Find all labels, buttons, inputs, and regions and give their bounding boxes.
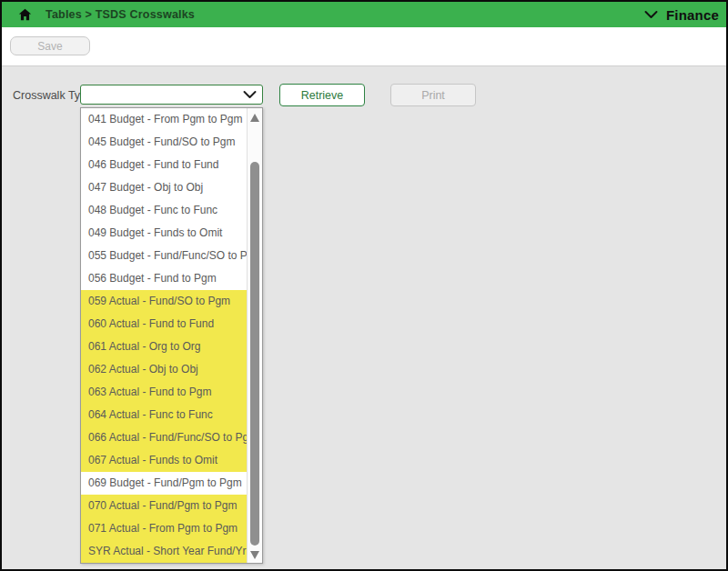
- crosswalk-type-select[interactable]: [80, 85, 263, 105]
- dropdown-option[interactable]: 059 Actual - Fund/SO to Pgm: [81, 290, 247, 313]
- dropdown-option[interactable]: 070 Actual - Fund/Pgm to Pgm: [81, 495, 247, 517]
- dropdown-option[interactable]: 046 Budget - Fund to Fund: [81, 154, 247, 176]
- dropdown-option[interactable]: 060 Actual - Fund to Fund: [81, 313, 247, 336]
- dropdown-option[interactable]: 064 Actual - Func to Func: [81, 404, 247, 426]
- dropdown-option[interactable]: 048 Budget - Func to Func: [81, 199, 247, 222]
- dropdown-option[interactable]: 056 Budget - Fund to Pgm: [81, 267, 247, 290]
- crosswalk-type-dropdown-list: 041 Budget - From Pgm to Pgm045 Budget -…: [80, 107, 263, 564]
- module-name[interactable]: Finance: [666, 7, 719, 23]
- print-button[interactable]: Print: [390, 84, 476, 106]
- header-bar: Tables > TSDS Crosswalks Finance: [2, 2, 726, 27]
- dropdown-option[interactable]: 071 Actual - From Pgm to Pgm: [81, 517, 247, 540]
- dropdown-option[interactable]: 055 Budget - Fund/Func/SO to Pgm: [81, 245, 247, 267]
- retrieve-button[interactable]: Retrieve: [279, 84, 365, 106]
- dropdown-option[interactable]: 041 Budget - From Pgm to Pgm: [81, 108, 247, 131]
- dropdown-option[interactable]: 049 Budget - Funds to Omit: [81, 222, 247, 245]
- app-window: Tables > TSDS Crosswalks Finance Save Cr…: [0, 0, 728, 571]
- dropdown-option[interactable]: 063 Actual - Fund to Pgm: [81, 381, 247, 404]
- dropdown-option[interactable]: 069 Budget - Fund/Pgm to Pgm: [81, 472, 247, 495]
- dropdown-scrollbar[interactable]: [247, 108, 262, 563]
- home-icon[interactable]: [17, 7, 33, 22]
- dropdown-option[interactable]: 045 Budget - Fund/SO to Pgm: [81, 131, 247, 154]
- chevron-down-icon: [243, 90, 257, 99]
- dropdown-options: 041 Budget - From Pgm to Pgm045 Budget -…: [81, 108, 247, 563]
- breadcrumb: Tables > TSDS Crosswalks: [46, 8, 195, 21]
- dropdown-option[interactable]: 062 Actual - Obj to Obj: [81, 358, 247, 381]
- dropdown-option[interactable]: 047 Budget - Obj to Obj: [81, 176, 247, 199]
- dropdown-option[interactable]: 061 Actual - Org to Org: [81, 336, 247, 358]
- save-button[interactable]: Save: [10, 36, 90, 55]
- dropdown-option[interactable]: 066 Actual - Fund/Func/SO to Pgm: [81, 426, 247, 449]
- scrollbar-thumb[interactable]: [250, 162, 259, 546]
- chevron-down-icon[interactable]: [644, 10, 658, 19]
- content-panel: Crosswalk Type: Retrieve Print 041 Budge…: [2, 65, 726, 569]
- scrollbar-up-arrow-icon[interactable]: [250, 114, 259, 122]
- dropdown-option[interactable]: 067 Actual - Funds to Omit: [81, 449, 247, 472]
- toolbar: Save: [2, 27, 726, 65]
- scrollbar-down-arrow-icon[interactable]: [250, 551, 259, 559]
- dropdown-option[interactable]: SYR Actual - Short Year Fund/Yr: [81, 540, 247, 563]
